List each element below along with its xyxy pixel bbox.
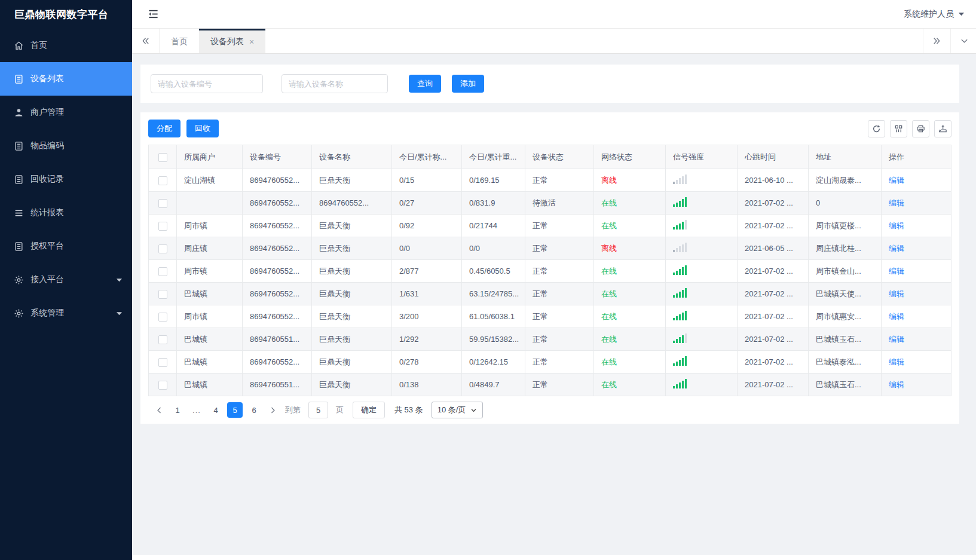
cell-device-name: 巨鼎天衡 xyxy=(312,328,392,351)
cell-signal xyxy=(666,192,738,215)
row-checkbox[interactable] xyxy=(158,313,167,322)
gear-icon xyxy=(14,308,24,319)
cell-heartbeat: 2021-07-02 ... xyxy=(738,192,809,215)
row-checkbox[interactable] xyxy=(158,290,167,299)
row-checkbox[interactable] xyxy=(158,381,167,390)
next-page-icon[interactable] xyxy=(265,403,280,417)
sidebar-item-label: 接入平台 xyxy=(30,274,64,285)
doc-icon xyxy=(14,74,24,84)
total-count-label: 共 53 条 xyxy=(394,405,423,415)
table-row: 巴城镇8694760552...巨鼎天衡1/63163.15/24785...正… xyxy=(149,283,951,305)
sidebar-item-auth-platform[interactable]: 授权平台 xyxy=(0,229,132,263)
edit-link[interactable]: 编辑 xyxy=(889,357,904,366)
tab-home[interactable]: 首页 xyxy=(160,29,199,53)
signal-bars-icon xyxy=(673,333,687,343)
device-no-input[interactable] xyxy=(151,74,263,93)
sidebar-item-home[interactable]: 首页 xyxy=(0,29,132,62)
cell-device-name: 巨鼎天衡 xyxy=(312,305,392,328)
page-number-6[interactable]: 6 xyxy=(246,402,262,418)
columns-icon[interactable] xyxy=(890,120,907,137)
tab-device-list[interactable]: 设备列表× xyxy=(199,29,265,53)
goto-page-input[interactable] xyxy=(308,402,328,418)
cell-today-weight: 0/0 xyxy=(462,237,525,260)
row-checkbox[interactable] xyxy=(158,199,167,208)
tabs: 首页设备列表× xyxy=(160,29,265,53)
page-number-1[interactable]: 1 xyxy=(170,402,185,418)
device-name-input[interactable] xyxy=(282,74,388,93)
sidebar-item-item-code[interactable]: 物品编码 xyxy=(0,129,132,163)
sidebar-item-recycle-records[interactable]: 回收记录 xyxy=(0,163,132,196)
cell-device-status: 正常 xyxy=(525,374,594,396)
edit-link[interactable]: 编辑 xyxy=(889,380,904,389)
cell-merchant: 淀山湖镇 xyxy=(177,169,243,192)
page-size-select[interactable]: 10 条/页 xyxy=(432,402,484,418)
cell-today-count: 0/27 xyxy=(392,192,462,215)
cell-signal xyxy=(666,305,738,328)
goto-label: 到第 xyxy=(285,405,301,415)
edit-link[interactable]: 编辑 xyxy=(889,198,904,207)
sidebar-item-device-list[interactable]: 设备列表 xyxy=(0,62,132,96)
row-checkbox[interactable] xyxy=(158,244,167,253)
signal-bars-icon xyxy=(673,220,687,229)
edit-link[interactable]: 编辑 xyxy=(889,267,904,276)
cell-signal xyxy=(666,374,738,396)
cell-device-name: 巨鼎天衡 xyxy=(312,215,392,237)
edit-link[interactable]: 编辑 xyxy=(889,221,904,230)
edit-link[interactable]: 编辑 xyxy=(889,335,904,344)
tabs-scroll-left-icon[interactable] xyxy=(132,29,160,53)
cell-device-no: 8694760552... xyxy=(243,215,312,237)
export-icon[interactable] xyxy=(934,120,951,137)
close-icon[interactable]: × xyxy=(249,38,254,46)
tabs-scroll-right-icon[interactable] xyxy=(923,29,950,53)
sidebar-item-system-mgmt[interactable]: 系统管理 xyxy=(0,296,132,330)
query-button[interactable]: 查询 xyxy=(409,75,441,93)
content-area: 查询 添加 分配 回收 xyxy=(132,54,976,555)
cell-network-status: 在线 xyxy=(594,215,666,237)
cell-address: 周市镇更楼... xyxy=(809,215,882,237)
cell-heartbeat: 2021-07-02 ... xyxy=(738,283,809,305)
cell-today-count: 3/200 xyxy=(392,305,462,328)
cell-today-count: 0/0 xyxy=(392,237,462,260)
cell-device-status: 正常 xyxy=(525,283,594,305)
cell-heartbeat: 2021-07-02 ... xyxy=(738,374,809,396)
page-number-5[interactable]: 5 xyxy=(227,402,243,418)
tabs-menu-icon[interactable] xyxy=(950,29,976,53)
prev-page-icon[interactable] xyxy=(152,403,166,417)
row-checkbox[interactable] xyxy=(158,267,167,276)
row-checkbox[interactable] xyxy=(158,222,167,231)
edit-link[interactable]: 编辑 xyxy=(889,312,904,321)
edit-link[interactable]: 编辑 xyxy=(889,289,904,298)
row-checkbox[interactable] xyxy=(158,358,167,367)
cell-device-name: 巨鼎天衡 xyxy=(312,374,392,396)
cell-network-status: 离线 xyxy=(594,237,666,260)
assign-button[interactable]: 分配 xyxy=(148,120,180,137)
cell-device-no: 8694760552... xyxy=(243,305,312,328)
row-checkbox[interactable] xyxy=(158,176,167,185)
user-menu[interactable]: 系统维护人员 xyxy=(904,9,965,20)
cell-today-count: 0/15 xyxy=(392,169,462,192)
cell-network-status: 在线 xyxy=(594,328,666,351)
printer-icon[interactable] xyxy=(912,120,929,137)
goto-confirm-button[interactable]: 确定 xyxy=(353,402,385,418)
add-button[interactable]: 添加 xyxy=(452,75,484,93)
cell-device-no: 8694760552... xyxy=(243,283,312,305)
select-all-checkbox[interactable] xyxy=(158,153,167,162)
page-number-4[interactable]: 4 xyxy=(208,402,224,418)
caret-down-icon xyxy=(958,11,965,17)
table-row: 淀山湖镇8694760552...巨鼎天衡0/150/169.15正常离线202… xyxy=(149,169,951,192)
cell-today-weight: 0/4849.7 xyxy=(462,374,525,396)
sidebar-item-label: 商户管理 xyxy=(30,107,64,118)
cell-address: 周市镇金山... xyxy=(809,260,882,283)
recycle-button[interactable]: 回收 xyxy=(186,120,219,137)
menu-fold-icon[interactable] xyxy=(148,8,159,20)
edit-link[interactable]: 编辑 xyxy=(889,176,904,185)
row-checkbox[interactable] xyxy=(158,335,167,344)
sidebar-item-merchant-mgmt[interactable]: 商户管理 xyxy=(0,96,132,129)
cell-merchant xyxy=(177,192,243,215)
sidebar-item-access-platform[interactable]: 接入平台 xyxy=(0,263,132,296)
cell-device-name: 巨鼎天衡 xyxy=(312,237,392,260)
sidebar-item-stats-report[interactable]: 统计报表 xyxy=(0,196,132,229)
refresh-icon[interactable] xyxy=(868,120,885,137)
caret-down-icon xyxy=(116,310,123,317)
edit-link[interactable]: 编辑 xyxy=(889,244,904,253)
